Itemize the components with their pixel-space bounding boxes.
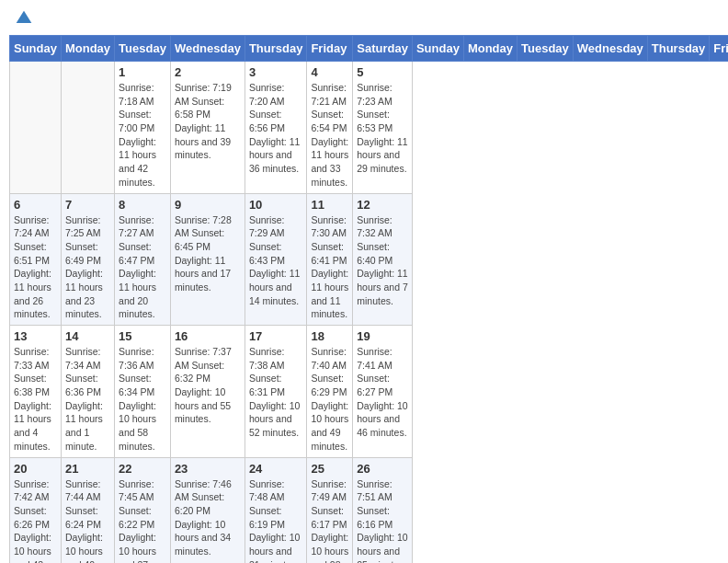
day-number: 4 <box>311 65 348 79</box>
day-info: Sunrise: 7:32 AM Sunset: 6:40 PM Dayligh… <box>357 213 408 308</box>
calendar-cell: 14Sunrise: 7:34 AM Sunset: 6:36 PM Dayli… <box>61 326 114 458</box>
day-number: 2 <box>175 65 241 79</box>
day-number: 16 <box>175 329 241 343</box>
day-of-week-header: Friday <box>307 36 353 62</box>
day-number: 1 <box>119 65 166 79</box>
day-number: 8 <box>119 198 166 212</box>
day-number: 14 <box>65 329 110 343</box>
day-info: Sunrise: 7:19 AM Sunset: 6:58 PM Dayligh… <box>175 81 241 162</box>
calendar-cell: 20Sunrise: 7:42 AM Sunset: 6:26 PM Dayli… <box>10 457 62 563</box>
calendar-header-row: SundayMondayTuesdayWednesdayThursdayFrid… <box>10 36 729 62</box>
day-of-week-header: Tuesday <box>518 36 574 62</box>
calendar-cell: 21Sunrise: 7:44 AM Sunset: 6:24 PM Dayli… <box>61 457 114 563</box>
day-of-week-header: Sunday <box>412 36 463 62</box>
calendar-week-row: 6Sunrise: 7:24 AM Sunset: 6:51 PM Daylig… <box>10 193 729 326</box>
calendar-cell <box>10 62 62 194</box>
day-info: Sunrise: 7:30 AM Sunset: 6:41 PM Dayligh… <box>311 213 348 322</box>
calendar-cell: 5Sunrise: 7:23 AM Sunset: 6:53 PM Daylig… <box>353 62 413 194</box>
calendar-week-row: 13Sunrise: 7:33 AM Sunset: 6:38 PM Dayli… <box>10 326 729 458</box>
day-info: Sunrise: 7:48 AM Sunset: 6:19 PM Dayligh… <box>249 477 303 564</box>
day-info: Sunrise: 7:36 AM Sunset: 6:34 PM Dayligh… <box>119 345 166 454</box>
day-number: 9 <box>175 198 241 212</box>
calendar-cell: 10Sunrise: 7:29 AM Sunset: 6:43 PM Dayli… <box>245 193 307 326</box>
day-info: Sunrise: 7:29 AM Sunset: 6:43 PM Dayligh… <box>249 213 303 308</box>
day-of-week-header: Monday <box>61 36 114 62</box>
day-info: Sunrise: 7:34 AM Sunset: 6:36 PM Dayligh… <box>65 345 110 454</box>
calendar-week-row: 20Sunrise: 7:42 AM Sunset: 6:26 PM Dayli… <box>10 457 729 563</box>
day-number: 5 <box>357 65 408 79</box>
day-of-week-header: Thursday <box>647 36 710 62</box>
day-info: Sunrise: 7:23 AM Sunset: 6:53 PM Dayligh… <box>357 81 408 176</box>
day-of-week-header: Wednesday <box>573 36 647 62</box>
calendar-cell: 18Sunrise: 7:40 AM Sunset: 6:29 PM Dayli… <box>307 326 353 458</box>
day-of-week-header: Saturday <box>353 36 413 62</box>
logo <box>13 9 33 28</box>
day-info: Sunrise: 7:40 AM Sunset: 6:29 PM Dayligh… <box>311 345 348 454</box>
day-info: Sunrise: 7:45 AM Sunset: 6:22 PM Dayligh… <box>119 477 166 564</box>
calendar-cell: 3Sunrise: 7:20 AM Sunset: 6:56 PM Daylig… <box>245 62 307 194</box>
day-info: Sunrise: 7:42 AM Sunset: 6:26 PM Dayligh… <box>14 477 57 564</box>
day-number: 3 <box>249 65 303 79</box>
calendar-cell <box>61 62 114 194</box>
calendar-cell: 6Sunrise: 7:24 AM Sunset: 6:51 PM Daylig… <box>10 193 62 326</box>
day-number: 12 <box>357 198 408 212</box>
calendar-cell: 12Sunrise: 7:32 AM Sunset: 6:40 PM Dayli… <box>353 193 413 326</box>
day-info: Sunrise: 7:37 AM Sunset: 6:32 PM Dayligh… <box>175 345 241 426</box>
day-info: Sunrise: 7:41 AM Sunset: 6:27 PM Dayligh… <box>357 345 408 440</box>
calendar-cell: 8Sunrise: 7:27 AM Sunset: 6:47 PM Daylig… <box>115 193 171 326</box>
day-info: Sunrise: 7:46 AM Sunset: 6:20 PM Dayligh… <box>175 477 241 558</box>
calendar-cell: 24Sunrise: 7:48 AM Sunset: 6:19 PM Dayli… <box>245 457 307 563</box>
calendar-week-row: 1Sunrise: 7:18 AM Sunset: 7:00 PM Daylig… <box>10 62 729 194</box>
day-info: Sunrise: 7:21 AM Sunset: 6:54 PM Dayligh… <box>311 81 348 190</box>
day-number: 11 <box>311 198 348 212</box>
day-of-week-header: Wednesday <box>170 36 245 62</box>
calendar-cell: 17Sunrise: 7:38 AM Sunset: 6:31 PM Dayli… <box>245 326 307 458</box>
calendar-cell: 15Sunrise: 7:36 AM Sunset: 6:34 PM Dayli… <box>115 326 171 458</box>
day-info: Sunrise: 7:24 AM Sunset: 6:51 PM Dayligh… <box>14 213 57 322</box>
day-of-week-header: Sunday <box>10 36 62 62</box>
day-number: 20 <box>14 462 57 476</box>
day-number: 10 <box>249 198 303 212</box>
day-number: 25 <box>311 462 348 476</box>
day-number: 26 <box>357 462 408 476</box>
calendar-cell: 1Sunrise: 7:18 AM Sunset: 7:00 PM Daylig… <box>115 62 171 194</box>
day-of-week-header: Tuesday <box>115 36 171 62</box>
day-info: Sunrise: 7:44 AM Sunset: 6:24 PM Dayligh… <box>65 477 110 564</box>
calendar-cell: 2Sunrise: 7:19 AM Sunset: 6:58 PM Daylig… <box>170 62 245 194</box>
calendar-cell: 26Sunrise: 7:51 AM Sunset: 6:16 PM Dayli… <box>353 457 413 563</box>
day-number: 23 <box>175 462 241 476</box>
calendar-table: SundayMondayTuesdayWednesdayThursdayFrid… <box>9 35 728 563</box>
day-number: 6 <box>14 198 57 212</box>
day-number: 18 <box>311 329 348 343</box>
calendar-cell: 13Sunrise: 7:33 AM Sunset: 6:38 PM Dayli… <box>10 326 62 458</box>
calendar-cell: 25Sunrise: 7:49 AM Sunset: 6:17 PM Dayli… <box>307 457 353 563</box>
day-info: Sunrise: 7:28 AM Sunset: 6:45 PM Dayligh… <box>175 213 241 294</box>
day-number: 24 <box>249 462 303 476</box>
calendar-cell: 9Sunrise: 7:28 AM Sunset: 6:45 PM Daylig… <box>170 193 245 326</box>
calendar-cell: 22Sunrise: 7:45 AM Sunset: 6:22 PM Dayli… <box>115 457 171 563</box>
day-info: Sunrise: 7:33 AM Sunset: 6:38 PM Dayligh… <box>14 345 57 454</box>
calendar-cell: 16Sunrise: 7:37 AM Sunset: 6:32 PM Dayli… <box>170 326 245 458</box>
day-info: Sunrise: 7:27 AM Sunset: 6:47 PM Dayligh… <box>119 213 166 322</box>
calendar-cell: 4Sunrise: 7:21 AM Sunset: 6:54 PM Daylig… <box>307 62 353 194</box>
day-number: 21 <box>65 462 110 476</box>
day-number: 7 <box>65 198 110 212</box>
calendar-cell: 11Sunrise: 7:30 AM Sunset: 6:41 PM Dayli… <box>307 193 353 326</box>
svg-marker-0 <box>17 11 32 23</box>
day-number: 22 <box>119 462 166 476</box>
logo-icon <box>15 9 33 28</box>
day-of-week-header: Thursday <box>245 36 307 62</box>
calendar-cell: 23Sunrise: 7:46 AM Sunset: 6:20 PM Dayli… <box>170 457 245 563</box>
day-info: Sunrise: 7:20 AM Sunset: 6:56 PM Dayligh… <box>249 81 303 176</box>
day-number: 19 <box>357 329 408 343</box>
day-number: 15 <box>119 329 166 343</box>
calendar-cell: 19Sunrise: 7:41 AM Sunset: 6:27 PM Dayli… <box>353 326 413 458</box>
calendar-cell: 7Sunrise: 7:25 AM Sunset: 6:49 PM Daylig… <box>61 193 114 326</box>
day-info: Sunrise: 7:38 AM Sunset: 6:31 PM Dayligh… <box>249 345 303 440</box>
day-info: Sunrise: 7:49 AM Sunset: 6:17 PM Dayligh… <box>311 477 348 564</box>
day-of-week-header: Friday <box>710 36 728 62</box>
day-number: 13 <box>14 329 57 343</box>
day-info: Sunrise: 7:51 AM Sunset: 6:16 PM Dayligh… <box>357 477 408 564</box>
day-number: 17 <box>249 329 303 343</box>
day-info: Sunrise: 7:18 AM Sunset: 7:00 PM Dayligh… <box>119 81 166 190</box>
